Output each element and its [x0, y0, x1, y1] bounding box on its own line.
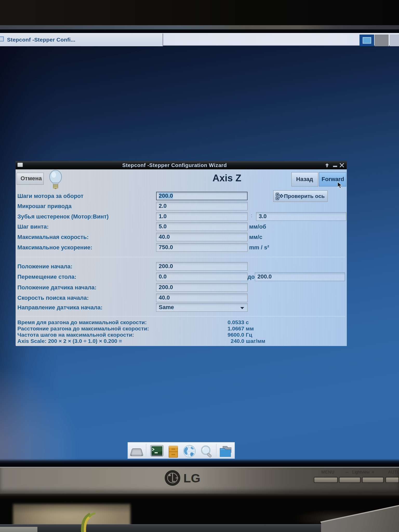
svg-text:LG: LG — [183, 471, 200, 485]
